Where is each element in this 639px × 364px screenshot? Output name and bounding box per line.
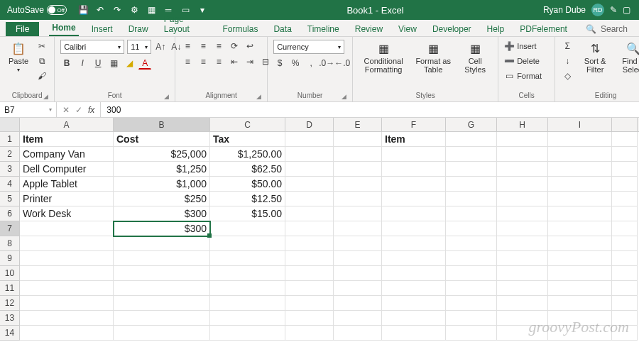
col-header[interactable]: B xyxy=(114,118,210,131)
format-cells-button[interactable]: ▭Format xyxy=(504,70,542,82)
cell[interactable] xyxy=(114,281,210,296)
align-right-icon[interactable]: ≡ xyxy=(212,55,225,68)
cell[interactable] xyxy=(497,251,548,266)
cell[interactable]: $250 xyxy=(114,192,210,206)
tab-data[interactable]: Data xyxy=(271,22,294,36)
tab-formulas[interactable]: Formulas xyxy=(219,22,261,36)
cell[interactable] xyxy=(446,177,497,192)
sort-filter-button[interactable]: ⇅Sort & Filter xyxy=(578,40,612,75)
cell[interactable]: Dell Computer xyxy=(20,162,114,177)
tab-timeline[interactable]: Timeline xyxy=(305,22,342,36)
cell[interactable] xyxy=(382,177,446,192)
cell[interactable] xyxy=(612,177,638,192)
col-header[interactable]: C xyxy=(210,118,285,131)
row-header[interactable]: 8 xyxy=(0,236,20,251)
cell[interactable] xyxy=(497,221,548,236)
cell[interactable] xyxy=(285,311,334,326)
col-header[interactable]: G xyxy=(446,118,497,131)
number-format-combo[interactable]: Currency▾ xyxy=(273,40,344,54)
cell[interactable] xyxy=(114,266,210,281)
cell[interactable] xyxy=(497,281,548,296)
cell[interactable]: Company Van xyxy=(20,147,114,162)
cell[interactable] xyxy=(548,281,612,296)
cell[interactable]: $1,250 xyxy=(114,162,210,177)
cell[interactable] xyxy=(334,326,382,341)
cell[interactable] xyxy=(20,296,114,311)
cell[interactable] xyxy=(334,206,382,221)
cell[interactable] xyxy=(382,311,446,326)
cell-styles-button[interactable]: ▦Cell Styles xyxy=(458,40,492,75)
select-all-corner[interactable] xyxy=(0,118,20,131)
cancel-icon[interactable]: ✕ xyxy=(62,105,70,115)
cell[interactable] xyxy=(446,281,497,296)
cell[interactable]: Apple Tablet xyxy=(20,177,114,192)
col-header[interactable]: H xyxy=(497,118,548,131)
avatar[interactable]: RD xyxy=(591,4,604,16)
cell[interactable] xyxy=(210,326,285,341)
cell[interactable] xyxy=(548,162,612,177)
cell[interactable] xyxy=(210,251,285,266)
borders-icon[interactable]: ▦ xyxy=(107,57,120,70)
cell[interactable] xyxy=(20,311,114,326)
increase-indent-icon[interactable]: ⇥ xyxy=(244,55,256,68)
cell[interactable] xyxy=(285,132,334,147)
row-header[interactable]: 1 xyxy=(0,132,20,147)
row-header[interactable]: 12 xyxy=(0,296,20,311)
cell[interactable] xyxy=(285,206,334,221)
find-select-button[interactable]: 🔍Find & Select xyxy=(616,40,639,75)
cell[interactable]: $25,000 xyxy=(114,147,210,162)
cell[interactable] xyxy=(446,162,497,177)
conditional-formatting-button[interactable]: ▦Conditional Formatting xyxy=(359,40,408,75)
orientation-icon[interactable]: ⟳ xyxy=(228,40,241,53)
cell[interactable] xyxy=(497,162,548,177)
cell[interactable] xyxy=(382,147,446,162)
align-center-icon[interactable]: ≡ xyxy=(197,55,209,68)
cell[interactable] xyxy=(334,177,382,192)
cell[interactable] xyxy=(334,311,382,326)
cell[interactable] xyxy=(334,221,382,236)
cell[interactable] xyxy=(446,147,497,162)
row-header[interactable]: 14 xyxy=(0,326,20,341)
cell[interactable] xyxy=(612,206,638,221)
cell[interactable] xyxy=(114,296,210,311)
dialog-launcher-icon[interactable]: ◢ xyxy=(43,93,48,100)
cell[interactable] xyxy=(382,251,446,266)
font-color-icon[interactable]: A xyxy=(138,57,151,70)
col-header[interactable]: D xyxy=(285,118,334,131)
cell[interactable] xyxy=(382,266,446,281)
cell[interactable] xyxy=(548,192,612,206)
cell[interactable]: Cost xyxy=(114,132,210,147)
cell[interactable] xyxy=(20,326,114,341)
save-icon[interactable]: 💾 xyxy=(78,5,88,15)
tab-help[interactable]: Help xyxy=(484,22,508,36)
cell[interactable] xyxy=(446,192,497,206)
fx-icon[interactable]: fx xyxy=(88,105,94,115)
align-bottom-icon[interactable]: ≡ xyxy=(212,40,225,53)
cell[interactable] xyxy=(446,266,497,281)
cell[interactable] xyxy=(612,296,638,311)
tab-insert[interactable]: Insert xyxy=(89,22,116,36)
align-middle-icon[interactable]: ≡ xyxy=(197,40,209,53)
cell[interactable]: Printer xyxy=(20,192,114,206)
cell[interactable] xyxy=(612,266,638,281)
cell[interactable] xyxy=(285,236,334,251)
font-name-combo[interactable]: Calibri▾ xyxy=(60,40,124,54)
cell[interactable] xyxy=(382,281,446,296)
cell[interactable] xyxy=(446,311,497,326)
cell[interactable] xyxy=(497,132,548,147)
copy-icon[interactable]: ⧉ xyxy=(36,55,48,67)
cell[interactable] xyxy=(446,206,497,221)
bold-button[interactable]: B xyxy=(60,57,73,70)
cell[interactable] xyxy=(446,221,497,236)
cell[interactable] xyxy=(446,132,497,147)
delete-cells-button[interactable]: ➖Delete xyxy=(504,55,542,67)
dialog-launcher-icon[interactable]: ◢ xyxy=(342,93,346,100)
cell[interactable] xyxy=(210,236,285,251)
row-header[interactable]: 4 xyxy=(0,177,20,192)
cell[interactable] xyxy=(446,296,497,311)
col-header[interactable]: A xyxy=(20,118,114,131)
cell[interactable] xyxy=(548,266,612,281)
cell[interactable]: Item xyxy=(20,132,114,147)
grow-font-icon[interactable]: A↑ xyxy=(154,40,167,53)
cell[interactable] xyxy=(548,296,612,311)
